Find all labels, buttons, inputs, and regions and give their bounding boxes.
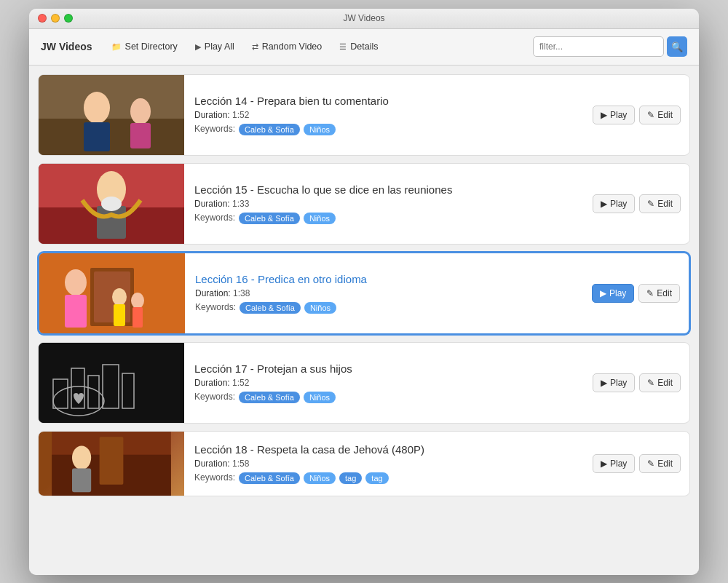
play-icon-2: ▶ bbox=[601, 199, 607, 209]
search-input[interactable] bbox=[533, 36, 664, 57]
video-thumbnail-3 bbox=[39, 253, 185, 333]
thumbnail-image-3 bbox=[39, 253, 185, 333]
duration-label-2: Duration: bbox=[194, 199, 230, 209]
keyword-tag-extra2[interactable]: tag bbox=[365, 472, 388, 484]
svg-rect-31 bbox=[72, 468, 91, 492]
svg-point-16 bbox=[112, 288, 127, 306]
minimize-button[interactable] bbox=[51, 14, 60, 23]
edit-button-3[interactable]: ✎ Edit bbox=[638, 284, 680, 303]
duration-label-4: Duration: bbox=[194, 378, 230, 388]
keyword-tag-ninos-2[interactable]: Niños bbox=[304, 213, 336, 224]
keyword-tag-ninos[interactable]: Niños bbox=[304, 124, 336, 135]
edit-icon-5: ✎ bbox=[647, 459, 654, 469]
thumbnail-image-5 bbox=[39, 431, 184, 496]
svg-point-10 bbox=[101, 197, 122, 211]
play-button-3[interactable]: ▶ Play bbox=[592, 284, 634, 303]
svg-point-30 bbox=[72, 445, 91, 469]
play-icon-3: ▶ bbox=[600, 288, 606, 298]
play-icon-5: ▶ bbox=[601, 459, 607, 469]
play-label: Play bbox=[610, 110, 627, 120]
shuffle-icon: ⇄ bbox=[252, 42, 258, 52]
keyword-tag-extra1[interactable]: tag bbox=[339, 472, 362, 484]
play-icon: ▶ bbox=[601, 110, 607, 120]
edit-button-1[interactable]: ✎ Edit bbox=[639, 106, 681, 124]
close-button[interactable] bbox=[38, 14, 47, 23]
edit-button-2[interactable]: ✎ Edit bbox=[639, 194, 681, 213]
search-button[interactable]: 🔍 bbox=[667, 36, 687, 57]
video-thumbnail-2 bbox=[39, 164, 184, 244]
keyword-tag-caleb-sofia-3[interactable]: Caleb & Sofía bbox=[240, 302, 301, 314]
video-keywords-1: Keywords: Caleb & Sofía Niños bbox=[194, 124, 574, 135]
video-duration-2: Duration: 1:33 bbox=[194, 199, 574, 209]
play-button-4[interactable]: ▶ Play bbox=[593, 373, 635, 392]
edit-label: Edit bbox=[657, 110, 673, 120]
duration-label-5: Duration: bbox=[194, 459, 230, 469]
svg-point-14 bbox=[65, 269, 87, 296]
edit-icon-3: ✎ bbox=[646, 288, 654, 298]
video-item-5[interactable]: Lección 18 - Respeta la casa de Jehová (… bbox=[38, 431, 690, 496]
duration-label: Duration: bbox=[194, 110, 230, 120]
svg-rect-5 bbox=[130, 123, 151, 148]
random-video-button[interactable]: ⇄ Random Video bbox=[245, 38, 329, 55]
keyword-tag-ninos-3[interactable]: Niños bbox=[304, 302, 336, 314]
app-window: JW Videos JW Videos 📁 Set Directory ▶ Pl… bbox=[29, 9, 699, 575]
edit-label-3: Edit bbox=[657, 288, 672, 298]
window-title: JW Videos bbox=[343, 13, 384, 23]
video-actions-2: ▶ Play ✎ Edit bbox=[584, 194, 689, 213]
video-duration-5: Duration: 1:58 bbox=[194, 459, 574, 469]
search-container: 🔍 bbox=[533, 36, 687, 57]
video-duration-4: Duration: 1:52 bbox=[194, 378, 574, 388]
app-brand: JW Videos bbox=[41, 41, 92, 52]
video-keywords-5: Keywords: Caleb & Sofía Niños tag tag bbox=[194, 472, 574, 484]
play-all-button[interactable]: ▶ Play All bbox=[188, 38, 242, 55]
svg-point-18 bbox=[131, 293, 144, 309]
video-duration-1: Duration: 1:52 bbox=[194, 110, 574, 120]
keyword-tag-ninos-4[interactable]: Niños bbox=[304, 392, 336, 403]
svg-rect-19 bbox=[132, 307, 143, 328]
svg-rect-15 bbox=[65, 295, 87, 328]
play-all-label: Play All bbox=[205, 41, 234, 52]
svg-rect-29 bbox=[100, 437, 124, 484]
video-item-4[interactable]: Lección 17 - Protejan a sus hijos Durati… bbox=[38, 342, 690, 424]
video-item-3[interactable]: Lección 16 - Predica en otro idioma Dura… bbox=[38, 252, 690, 335]
svg-rect-1 bbox=[39, 119, 184, 155]
video-item-1[interactable]: Lección 14 - Prepara bien tu comentario … bbox=[38, 74, 690, 156]
play-button-1[interactable]: ▶ Play bbox=[593, 106, 635, 124]
details-button[interactable]: ☰ Details bbox=[332, 38, 385, 55]
video-item-2[interactable]: Lección 15 - Escucha lo que se dice en l… bbox=[38, 163, 690, 245]
edit-button-5[interactable]: ✎ Edit bbox=[639, 454, 681, 473]
keyword-tag-ninos-5[interactable]: Niños bbox=[304, 472, 336, 484]
video-thumbnail-1 bbox=[39, 75, 184, 155]
video-thumbnail-4 bbox=[39, 343, 184, 423]
title-bar: JW Videos bbox=[29, 9, 699, 29]
edit-button-4[interactable]: ✎ Edit bbox=[639, 373, 681, 392]
thumbnail-image-4 bbox=[39, 343, 184, 423]
keywords-label-3: Keywords: bbox=[195, 302, 236, 314]
edit-label-5: Edit bbox=[657, 459, 673, 469]
edit-icon-2: ✎ bbox=[647, 199, 654, 209]
thumbnail-image-2 bbox=[39, 164, 184, 244]
video-thumbnail-5 bbox=[39, 431, 184, 496]
set-directory-button[interactable]: 📁 Set Directory bbox=[104, 38, 185, 55]
keyword-tag-caleb-sofia[interactable]: Caleb & Sofía bbox=[239, 124, 300, 135]
search-icon: 🔍 bbox=[671, 41, 683, 52]
video-info-4: Lección 17 - Protejan a sus hijos Durati… bbox=[184, 355, 584, 411]
svg-rect-17 bbox=[114, 304, 125, 326]
play-button-5[interactable]: ▶ Play bbox=[593, 454, 635, 473]
play-label-4: Play bbox=[610, 378, 627, 388]
keywords-label-5: Keywords: bbox=[194, 472, 235, 484]
keyword-tag-caleb-sofia-5[interactable]: Caleb & Sofía bbox=[239, 472, 300, 484]
thumbnail-image-1 bbox=[39, 75, 184, 155]
edit-icon: ✎ bbox=[647, 110, 654, 120]
video-actions-3: ▶ Play ✎ Edit bbox=[583, 284, 689, 303]
keyword-tag-caleb-sofia-4[interactable]: Caleb & Sofía bbox=[239, 392, 300, 403]
play-label-2: Play bbox=[610, 199, 627, 209]
duration-label-3: Duration: bbox=[195, 288, 231, 298]
play-button-2[interactable]: ▶ Play bbox=[593, 194, 635, 213]
maximize-button[interactable] bbox=[64, 14, 73, 23]
set-directory-label: Set Directory bbox=[125, 41, 178, 52]
video-keywords-3: Keywords: Caleb & Sofía Niños bbox=[195, 302, 573, 314]
svg-rect-3 bbox=[84, 122, 110, 151]
video-info-1: Lección 14 - Prepara bien tu comentario … bbox=[184, 87, 584, 143]
keyword-tag-caleb-sofia-2[interactable]: Caleb & Sofía bbox=[239, 213, 300, 224]
